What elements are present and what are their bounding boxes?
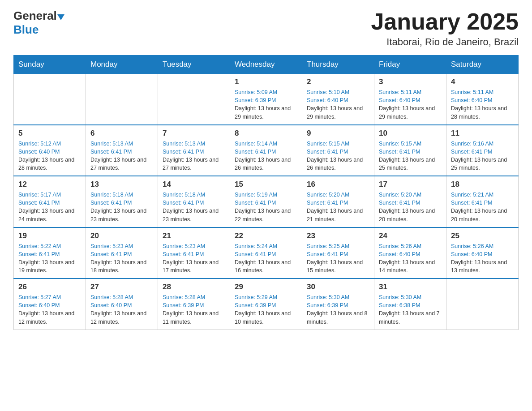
sunset-text: Sunset: 6:41 PM [451, 200, 492, 206]
sunrise-text: Sunrise: 5:22 AM [18, 243, 61, 249]
daylight-text: Daylight: 13 hours and 26 minutes. [307, 157, 363, 171]
sunset-text: Sunset: 6:41 PM [18, 200, 60, 206]
day-number: 15 [235, 180, 297, 189]
day-number: 10 [379, 129, 442, 138]
day-info: Sunrise: 5:28 AMSunset: 6:40 PMDaylight:… [90, 293, 153, 326]
month-title: January 2025 [371, 9, 519, 34]
day-info: Sunrise: 5:28 AMSunset: 6:39 PMDaylight:… [163, 293, 225, 326]
logo-general-text: General [13, 9, 57, 23]
day-info: Sunrise: 5:29 AMSunset: 6:39 PMDaylight:… [235, 293, 297, 326]
sunrise-text: Sunrise: 5:26 AM [451, 243, 493, 249]
day-info: Sunrise: 5:22 AMSunset: 6:41 PMDaylight:… [18, 242, 81, 275]
sunset-text: Sunset: 6:41 PM [90, 200, 132, 206]
weekday-header-saturday: Saturday [446, 56, 519, 74]
calendar-cell: 10Sunrise: 5:15 AMSunset: 6:41 PMDayligh… [374, 125, 446, 176]
calendar-cell: 9Sunrise: 5:15 AMSunset: 6:41 PMDaylight… [302, 125, 374, 176]
daylight-text: Daylight: 13 hours and 21 minutes. [307, 208, 363, 222]
day-number: 24 [379, 231, 442, 240]
page-header: General Blue January 2025 Itaborai, Rio … [13, 9, 519, 48]
title-section: January 2025 Itaborai, Rio de Janeiro, B… [371, 9, 519, 48]
day-number: 28 [163, 283, 225, 291]
day-number: 17 [379, 180, 442, 189]
sunset-text: Sunset: 6:40 PM [379, 97, 420, 103]
sunrise-text: Sunrise: 5:25 AM [307, 243, 349, 249]
weekday-header-sunday: Sunday [14, 56, 86, 74]
calendar-week-3: 12Sunrise: 5:17 AMSunset: 6:41 PMDayligh… [14, 176, 519, 227]
sunset-text: Sunset: 6:41 PM [307, 251, 348, 257]
day-info: Sunrise: 5:09 AMSunset: 6:39 PMDaylight:… [235, 88, 297, 121]
sunrise-text: Sunrise: 5:20 AM [379, 192, 421, 198]
sunrise-text: Sunrise: 5:29 AM [235, 294, 277, 300]
day-number: 14 [163, 180, 225, 189]
daylight-text: Daylight: 13 hours and 28 minutes. [451, 105, 507, 120]
daylight-text: Daylight: 13 hours and 27 minutes. [90, 157, 146, 171]
day-info: Sunrise: 5:26 AMSunset: 6:40 PMDaylight:… [379, 242, 442, 275]
daylight-text: Daylight: 13 hours and 24 minutes. [18, 208, 74, 222]
calendar-cell: 30Sunrise: 5:30 AMSunset: 6:39 PMDayligh… [302, 278, 374, 330]
sunrise-text: Sunrise: 5:15 AM [379, 141, 421, 147]
day-number: 30 [307, 283, 369, 291]
sunrise-text: Sunrise: 5:11 AM [379, 89, 421, 95]
calendar-cell [158, 74, 230, 125]
calendar-cell: 18Sunrise: 5:21 AMSunset: 6:41 PMDayligh… [446, 176, 519, 227]
calendar-cell: 3Sunrise: 5:11 AMSunset: 6:40 PMDaylight… [374, 74, 446, 125]
calendar-cell [86, 74, 158, 125]
calendar-week-5: 26Sunrise: 5:27 AMSunset: 6:40 PMDayligh… [14, 278, 519, 330]
daylight-text: Daylight: 13 hours and 29 minutes. [379, 105, 435, 120]
daylight-text: Daylight: 13 hours and 8 minutes. [307, 310, 368, 325]
calendar-cell: 28Sunrise: 5:28 AMSunset: 6:39 PMDayligh… [158, 278, 230, 330]
sunrise-text: Sunrise: 5:13 AM [90, 141, 133, 147]
daylight-text: Daylight: 13 hours and 27 minutes. [163, 157, 219, 171]
daylight-text: Daylight: 13 hours and 17 minutes. [163, 259, 219, 274]
daylight-text: Daylight: 13 hours and 12 minutes. [18, 310, 74, 325]
day-info: Sunrise: 5:20 AMSunset: 6:41 PMDaylight:… [379, 191, 442, 223]
calendar-week-2: 5Sunrise: 5:12 AMSunset: 6:40 PMDaylight… [14, 125, 519, 176]
sunrise-text: Sunrise: 5:19 AM [235, 192, 277, 198]
weekday-header-thursday: Thursday [302, 56, 374, 74]
day-info: Sunrise: 5:23 AMSunset: 6:41 PMDaylight:… [163, 242, 225, 275]
sunrise-text: Sunrise: 5:23 AM [90, 243, 133, 249]
day-info: Sunrise: 5:19 AMSunset: 6:41 PMDaylight:… [235, 191, 297, 223]
sunset-text: Sunset: 6:39 PM [235, 97, 276, 103]
sunrise-text: Sunrise: 5:30 AM [379, 294, 421, 300]
day-info: Sunrise: 5:30 AMSunset: 6:39 PMDaylight:… [307, 293, 369, 326]
sunset-text: Sunset: 6:40 PM [451, 97, 492, 103]
calendar-cell: 6Sunrise: 5:13 AMSunset: 6:41 PMDaylight… [86, 125, 158, 176]
sunset-text: Sunset: 6:41 PM [235, 200, 276, 206]
calendar-cell: 31Sunrise: 5:30 AMSunset: 6:38 PMDayligh… [374, 278, 446, 330]
calendar-cell: 23Sunrise: 5:25 AMSunset: 6:41 PMDayligh… [302, 227, 374, 279]
sunset-text: Sunset: 6:39 PM [235, 302, 276, 308]
sunset-text: Sunset: 6:39 PM [307, 302, 348, 308]
sunset-text: Sunset: 6:41 PM [163, 251, 204, 257]
day-number: 18 [451, 180, 514, 189]
sunrise-text: Sunrise: 5:10 AM [307, 89, 349, 95]
sunset-text: Sunset: 6:40 PM [451, 251, 492, 257]
sunrise-text: Sunrise: 5:26 AM [379, 243, 421, 249]
day-number: 21 [163, 231, 225, 240]
day-number: 6 [90, 129, 153, 138]
day-info: Sunrise: 5:26 AMSunset: 6:40 PMDaylight:… [451, 242, 514, 275]
calendar-cell: 19Sunrise: 5:22 AMSunset: 6:41 PMDayligh… [14, 227, 86, 279]
day-info: Sunrise: 5:10 AMSunset: 6:40 PMDaylight:… [307, 88, 369, 121]
day-info: Sunrise: 5:11 AMSunset: 6:40 PMDaylight:… [451, 88, 514, 121]
daylight-text: Daylight: 13 hours and 13 minutes. [451, 259, 507, 274]
day-number: 7 [163, 129, 225, 138]
sunrise-text: Sunrise: 5:13 AM [163, 141, 205, 147]
daylight-text: Daylight: 13 hours and 16 minutes. [235, 259, 291, 274]
calendar-cell: 12Sunrise: 5:17 AMSunset: 6:41 PMDayligh… [14, 176, 86, 227]
calendar-cell [14, 74, 86, 125]
day-info: Sunrise: 5:18 AMSunset: 6:41 PMDaylight:… [163, 191, 225, 223]
day-number: 25 [451, 231, 514, 240]
day-number: 29 [235, 283, 297, 291]
logo-arrow-icon [57, 14, 64, 20]
day-number: 3 [379, 77, 442, 86]
daylight-text: Daylight: 13 hours and 12 minutes. [90, 310, 146, 325]
daylight-text: Daylight: 13 hours and 7 minutes. [379, 310, 440, 325]
sunset-text: Sunset: 6:40 PM [18, 302, 60, 308]
calendar-cell: 1Sunrise: 5:09 AMSunset: 6:39 PMDaylight… [230, 74, 302, 125]
sunrise-text: Sunrise: 5:16 AM [451, 141, 493, 147]
sunset-text: Sunset: 6:41 PM [451, 149, 492, 155]
calendar-cell: 29Sunrise: 5:29 AMSunset: 6:39 PMDayligh… [230, 278, 302, 330]
calendar-cell: 11Sunrise: 5:16 AMSunset: 6:41 PMDayligh… [446, 125, 519, 176]
daylight-text: Daylight: 13 hours and 23 minutes. [163, 208, 219, 222]
